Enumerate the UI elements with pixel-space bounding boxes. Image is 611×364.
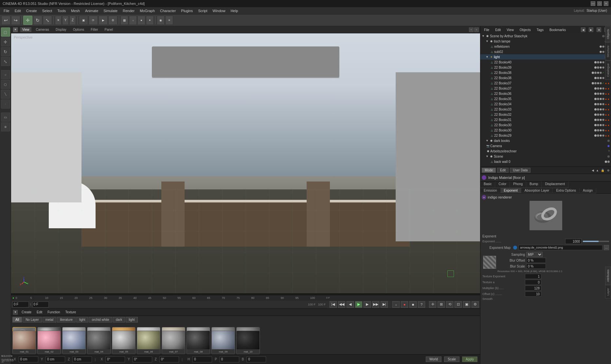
stop-btn[interactable]: ■ <box>409 301 417 308</box>
render-region[interactable]: ✕ <box>55 16 62 25</box>
select-tool[interactable]: ◻ <box>1 27 10 37</box>
objects-menu-objects[interactable]: Objects <box>518 27 532 32</box>
material-tab-phong[interactable]: Phong <box>510 182 526 188</box>
undo-button[interactable]: ↩ <box>1 16 10 25</box>
shelf-menu-function[interactable]: Function <box>46 310 61 315</box>
tree-scene-root[interactable]: ▼ ⬟ Scene by Arthur Staschyk <box>480 33 611 39</box>
sidebar-tab-objects[interactable]: Objects <box>605 26 611 42</box>
tree-tischlampe[interactable]: ▼ ⬟ tisch lampe <box>480 39 611 44</box>
move-tool[interactable]: ✛ <box>23 16 32 25</box>
move-tool-left[interactable]: ✛ <box>1 37 10 46</box>
menu-character[interactable]: Character <box>158 8 178 13</box>
objects-zoom-btn[interactable]: ⊕ <box>597 27 601 32</box>
object-mode[interactable]: ○ <box>1 70 10 79</box>
sampling-select[interactable]: MIP None <box>526 252 543 257</box>
shelf-tab-nolayer[interactable]: No Layer <box>23 317 42 322</box>
next-frame-btn[interactable]: ▶▶ <box>372 301 379 308</box>
shelf-collapse-btn[interactable]: ▼ <box>13 310 18 315</box>
scale-button[interactable]: Scale <box>444 356 459 362</box>
poly-mode[interactable]: ⬡ <box>1 80 10 89</box>
tree-camera[interactable]: 📷 Camera <box>480 143 611 148</box>
material-extra-1[interactable]: mat_01 <box>12 331 36 354</box>
coord-h-input[interactable] <box>192 356 212 362</box>
offset-input[interactable] <box>525 291 541 297</box>
goto-end-btn[interactable]: ▶| <box>381 301 388 308</box>
attr-up-arrow[interactable]: ▲ <box>596 169 599 172</box>
exponent-map-btn[interactable]: … <box>604 245 609 250</box>
attr-mode-btn[interactable]: Mode <box>482 168 496 173</box>
tree-expand-dark[interactable]: ▼ <box>486 139 489 142</box>
tree-backwall[interactable]: △ back wall 0 <box>480 159 611 164</box>
tree-books31[interactable]: △ 22 Books31 ▲ ▲ <box>480 117 611 122</box>
shelf-menu-create[interactable]: Create <box>20 310 33 315</box>
redo-button[interactable]: ↪ <box>11 16 20 25</box>
menu-animate[interactable]: Animate <box>83 8 100 13</box>
timeline-settings-btn[interactable]: ⚙ <box>472 301 479 308</box>
tree-expand-tisch[interactable]: ▼ <box>486 40 489 43</box>
shelf-tab-light[interactable]: light <box>76 317 88 322</box>
render-to-po[interactable]: Y <box>62 16 69 25</box>
apply-button[interactable]: Apply <box>462 356 477 362</box>
material-extra-8[interactable]: mat_08 <box>187 331 210 354</box>
minimize-button[interactable]: — <box>591 1 595 6</box>
viewport-tab-filter[interactable]: Filter <box>89 27 100 32</box>
prev-frame-btn[interactable]: ◀◀ <box>338 301 345 308</box>
menu-select[interactable]: Select <box>40 8 55 13</box>
attr-userdata-btn[interactable]: User Data <box>510 168 530 173</box>
texture-a-input[interactable] <box>525 280 541 285</box>
objects-menu-tags[interactable]: Tags <box>535 27 545 32</box>
tree-dark-books[interactable]: ▼ ⬟ dark books <box>480 138 611 143</box>
viewport-tab-options[interactable]: Options <box>71 27 86 32</box>
material-tab-color[interactable]: Color <box>495 182 510 188</box>
viewport-tab-view[interactable]: View <box>20 27 31 32</box>
render-pic[interactable]: ▣ <box>79 16 88 25</box>
axis-tool[interactable]: ⊕ <box>1 122 10 131</box>
coord-z-input[interactable] <box>72 356 92 362</box>
viewport-3d[interactable]: Perspective <box>11 33 480 293</box>
coord-rz-input[interactable] <box>159 356 179 362</box>
sidebar-tab-layer[interactable]: Layer <box>605 285 611 299</box>
objects-menu-file[interactable]: File <box>482 27 491 32</box>
tree-books33[interactable]: △ 22 Books33 ▲ ▲ <box>480 107 611 112</box>
start-frame-input[interactable] <box>32 302 49 307</box>
tree-reflektoren[interactable]: △ reflektoren <box>480 44 611 49</box>
menu-simulate[interactable]: Simulate <box>101 8 120 13</box>
material-extra-6[interactable]: mat_06 <box>137 331 160 354</box>
knife-tool[interactable]: ✦ <box>146 16 154 25</box>
shelf-tab-literature[interactable]: literature <box>57 317 76 322</box>
menu-script[interactable]: Script <box>196 8 209 13</box>
tree-books35[interactable]: △ 22 Books35 ▲ ▲ <box>480 96 611 101</box>
material-extra-4[interactable]: mat_04 <box>87 331 111 354</box>
viewport-close-btn[interactable]: × <box>474 27 479 32</box>
menu-window[interactable]: Window <box>210 8 228 13</box>
coord-y-input[interactable] <box>45 356 65 362</box>
record-btn[interactable]: ● <box>401 301 408 308</box>
render-viewer[interactable]: ▶ <box>99 16 108 25</box>
material-tab-displacement[interactable]: Displacement <box>542 182 568 188</box>
tree-books30b[interactable]: △ 22 Books30 ▲ ▲ <box>480 128 611 133</box>
material-extra-9[interactable]: mat_09 <box>211 331 235 354</box>
loop-btn[interactable]: ? <box>418 301 425 308</box>
point-mode[interactable]: · <box>1 99 10 109</box>
tree-books38b[interactable]: △ 22 Books38 ▲ ▲ <box>480 75 611 80</box>
tree-books39[interactable]: △ 22 Books39 ▲ ▲ <box>480 65 611 70</box>
tree-books32[interactable]: △ 22 Books32 ▲ ▲ <box>480 112 611 117</box>
shelf-tab-all[interactable]: All <box>12 317 22 322</box>
tree-books34[interactable]: △ 22 Books34 ▲ ▲ <box>480 101 611 107</box>
transform-btn[interactable]: ✛ <box>429 301 436 308</box>
menu-create[interactable]: Create <box>24 8 39 13</box>
exponent-value-input[interactable] <box>565 239 582 244</box>
tree-books36[interactable]: △ 22 Books36 ▲ ▲ <box>480 91 611 96</box>
tree-sub02[interactable]: △ sub02 <box>480 49 611 54</box>
attr-lock-btn[interactable]: 🔒 <box>601 169 604 172</box>
material-tab-absorption[interactable]: Absorption Layer <box>521 188 553 193</box>
coord-ry-input[interactable] <box>133 356 152 362</box>
viewport-tab-display[interactable]: Display <box>54 27 68 32</box>
material-extra-3[interactable]: mat_03 <box>62 331 86 354</box>
menu-render[interactable]: Render <box>120 8 137 13</box>
tree-books37b[interactable]: △ 22 Books37 ▲ ▲ <box>480 86 611 91</box>
camera-btn[interactable]: ◉ <box>157 16 165 25</box>
keyframe-btn[interactable]: ⬦ <box>392 301 400 308</box>
coord-rx-input[interactable] <box>105 356 125 362</box>
material-tab-exponent[interactable]: Exponent <box>501 188 521 193</box>
